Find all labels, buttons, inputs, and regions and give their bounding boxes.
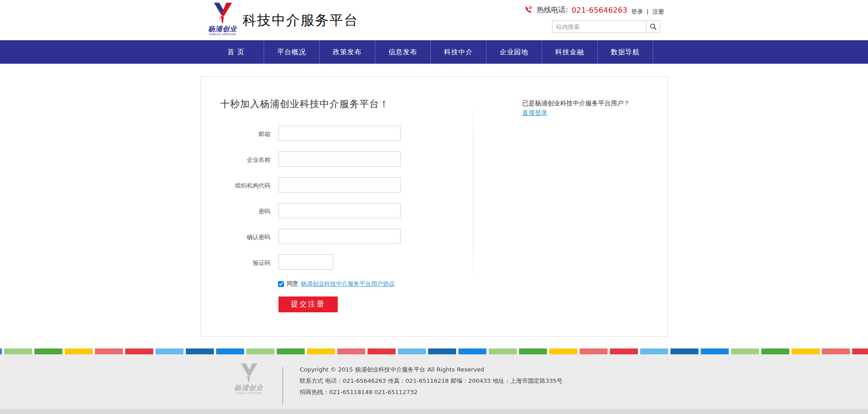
confirm-password-label: 确认密码 (201, 233, 270, 241)
stripe-segment (4, 348, 32, 354)
company-name-label: 企业名称 (201, 156, 270, 164)
stripe-segment (761, 348, 789, 354)
hotline-label: 热线电话: (537, 5, 568, 15)
nav-items: 首 页 平台概况 政策发布 信息发布 科技中介 企业园地 科技金融 数据导航 (208, 40, 653, 64)
stripe-segment (701, 348, 729, 354)
stripe-segment (489, 348, 517, 354)
stripe-segment (337, 348, 365, 354)
footer-divider (283, 367, 283, 405)
form-row-captcha: 验证码 (201, 254, 472, 270)
nav-item-data-navigation[interactable]: 数据导航 (598, 40, 653, 64)
panel-vertical-divider (473, 104, 473, 279)
stripe-segment (125, 348, 153, 354)
stripe-segment (852, 348, 868, 354)
stripe-segment (458, 348, 486, 354)
form-row-org-code: 组织机构代码 (201, 177, 472, 193)
footer-text: Copyright © 2015 杨浦创业科技中介服务平台 All Rights… (300, 364, 562, 398)
contact-line: 联系方式 电话：021-65646263 传真：021-65116218 邮编：… (300, 375, 562, 386)
stripe-segment (580, 348, 608, 354)
footer-logo: 杨浦创业 YANGPU VENTURE (227, 363, 270, 395)
nav-item-tech-finance[interactable]: 科技金融 (542, 40, 598, 64)
stripe-segment (186, 348, 214, 354)
yangpu-venture-logo-icon (212, 3, 233, 25)
stripe-segment (519, 348, 547, 354)
confirm-password-input[interactable] (278, 229, 401, 244)
nav-item-home[interactable]: 首 页 (208, 40, 264, 64)
page-title: 科技中介服务平台 (243, 11, 359, 30)
registration-panel: 十秒加入杨浦创业科技中介服务平台！ 邮箱 企业名称 组织机构代码 密码 确认密码… (201, 76, 668, 337)
footer: 杨浦创业 YANGPU VENTURE Copyright © 2015 杨浦创… (0, 354, 868, 414)
investment-hotline-line: 招商热线：021-65118148 021-65112732 (300, 386, 562, 398)
company-name-input[interactable] (278, 151, 401, 167)
nav-item-tech-intermediary[interactable]: 科技中介 (431, 40, 486, 64)
footer-logo-subtext: YANGPU VENTURE (227, 391, 270, 395)
stripe-segment (246, 348, 274, 354)
submit-register-button[interactable]: 提交注册 (278, 296, 338, 312)
phone-icon (524, 5, 533, 15)
org-code-input[interactable] (278, 177, 401, 193)
color-stripe (0, 348, 868, 354)
nav-item-enterprise-park[interactable]: 企业园地 (486, 40, 542, 64)
form-row-email: 邮箱 (201, 126, 472, 141)
auth-separator: | (646, 8, 648, 15)
email-label: 邮箱 (201, 130, 270, 138)
site-logo: 杨浦创业 YANGPU VENTURE (204, 3, 241, 36)
stripe-segment (792, 348, 820, 354)
page: 杨浦创业 YANGPU VENTURE 科技中介服务平台 热线电话: 021-6… (0, 0, 868, 414)
yangpu-venture-logo-gray-icon (238, 363, 259, 384)
direct-login-link[interactable]: 直接登录 (522, 109, 547, 117)
login-link[interactable]: 登录 (631, 8, 643, 15)
stripe-segment (277, 348, 305, 354)
horizontal-scrollbar[interactable] (0, 409, 868, 414)
search-icon (650, 23, 657, 30)
org-code-label: 组织机构代码 (201, 182, 270, 190)
captcha-label: 验证码 (201, 259, 270, 267)
captcha-input[interactable] (278, 254, 333, 270)
stripe-segment (610, 348, 638, 354)
register-link[interactable]: 注册 (652, 8, 664, 15)
stripe-segment (428, 348, 456, 354)
password-input[interactable] (278, 203, 401, 218)
form-row-password: 密码 (201, 203, 472, 218)
existing-user-question: 已是杨浦创业科技中介服务平台用户？ (522, 99, 630, 108)
agreement-prefix: 同意 (287, 280, 298, 288)
agreement-row: 同意 杨浦创业科技中介服务平台用户协议 (278, 280, 395, 288)
email-input[interactable] (278, 126, 401, 141)
stripe-segment (307, 348, 335, 354)
stripe-segment (549, 348, 577, 354)
stripe-segment (216, 348, 244, 354)
search-input[interactable] (552, 21, 646, 33)
stripe-segment (95, 348, 123, 354)
copyright-line: Copyright © 2015 杨浦创业科技中介服务平台 All Rights… (300, 364, 562, 375)
form-row-company: 企业名称 (201, 151, 472, 167)
stripe-segment (640, 348, 668, 354)
logo-subtext: YANGPU VENTURE (204, 33, 241, 36)
stripe-segment (670, 348, 698, 354)
logo-text: 杨浦创业 (204, 25, 241, 33)
agreement-checkbox[interactable] (278, 281, 284, 287)
auth-links: 登录 | 注册 (631, 8, 664, 16)
search-button[interactable] (646, 21, 660, 33)
nav-item-info-release[interactable]: 信息发布 (375, 40, 431, 64)
stripe-segment (0, 348, 2, 354)
user-agreement-link[interactable]: 杨浦创业科技中介服务平台用户协议 (301, 280, 395, 288)
stripe-segment (65, 348, 93, 354)
stripe-segment (368, 348, 396, 354)
site-search (552, 20, 660, 33)
header: 杨浦创业 YANGPU VENTURE 科技中介服务平台 热线电话: 021-6… (0, 0, 868, 40)
stripe-segment (398, 348, 426, 354)
footer-logo-text: 杨浦创业 (227, 384, 270, 391)
nav-item-policy-release[interactable]: 政策发布 (320, 40, 375, 64)
stripe-segment (822, 348, 850, 354)
main-nav: 首 页 平台概况 政策发布 信息发布 科技中介 企业园地 科技金融 数据导航 (0, 40, 868, 64)
stripe-segment (156, 348, 184, 354)
stripe-segment (731, 348, 759, 354)
password-label: 密码 (201, 207, 270, 216)
stripe-segment (34, 348, 62, 354)
nav-item-platform-overview[interactable]: 平台概况 (264, 40, 320, 64)
hotline: 热线电话: 021-65646263 (524, 5, 627, 15)
form-row-confirm-password: 确认密码 (201, 229, 472, 244)
form-title: 十秒加入杨浦创业科技中介服务平台！ (220, 98, 389, 110)
hotline-number: 021-65646263 (571, 6, 627, 14)
